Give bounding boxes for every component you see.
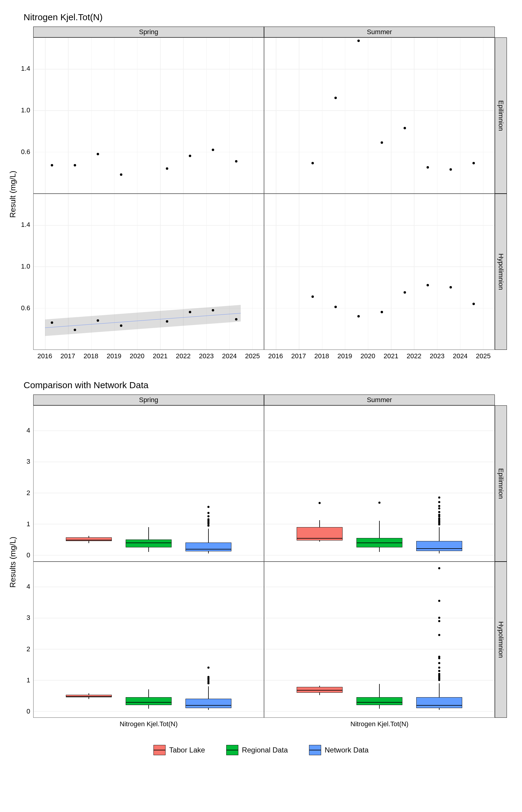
legend: Tabor Lake Regional Data Network Data: [15, 745, 507, 755]
svg-marker-0: [45, 305, 241, 336]
facet2-col-spring: Spring: [33, 394, 264, 405]
svg-line-1: [45, 313, 241, 328]
panel-spring-epilimnion: [33, 38, 264, 194]
panel-summer-hypolimnion: [264, 194, 495, 350]
panel-spring-hypolimnion: [33, 194, 264, 350]
legend-item-tabor: Tabor Lake: [154, 745, 205, 755]
facet2-row-hypolimnion: Hypolimnion: [495, 562, 507, 718]
facet-row-epilimnion: Epilimnion: [495, 38, 507, 194]
facet-col-summer: Summer: [264, 26, 495, 38]
panel-summer-epilimnion: [264, 38, 495, 194]
legend-item-regional: Regional Data: [226, 745, 288, 755]
facet-row-hypolimnion: Hypolimnion: [495, 194, 507, 350]
boxpanel-summer-hypolimnion: [264, 562, 495, 718]
boxpanel-spring-epilimnion: [33, 405, 264, 562]
legend-label-regional: Regional Data: [242, 746, 288, 754]
legend-label-network: Network Data: [325, 746, 368, 754]
boxpanel-spring-hypolimnion: [33, 562, 264, 718]
facet2-row-epilimnion: Epilimnion: [495, 405, 507, 562]
legend-label-tabor: Tabor Lake: [169, 746, 205, 754]
chart1-title: Nitrogen Kjel.Tot(N): [24, 12, 507, 22]
facet-col-spring: Spring: [33, 26, 264, 38]
facet2-col-summer: Summer: [264, 394, 495, 405]
chart2-title: Comparison with Network Data: [24, 380, 507, 390]
boxpanel-summer-epilimnion: [264, 405, 495, 562]
legend-item-network: Network Data: [309, 745, 368, 755]
